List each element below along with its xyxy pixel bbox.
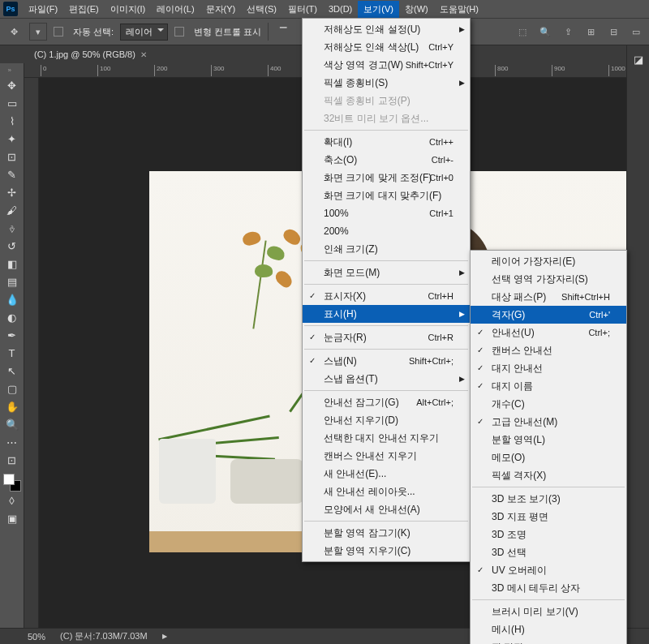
menu-image[interactable]: 이미지(I): [105, 1, 151, 18]
show-submenu-item[interactable]: ✓대지 이름: [471, 377, 626, 395]
show-submenu-item[interactable]: 3D 선택: [471, 543, 626, 561]
show-submenu-item[interactable]: 브러시 미리 보기(V): [471, 603, 626, 620]
view-menu-item[interactable]: 분할 영역 잠그기(K): [303, 524, 470, 542]
view-menu-item[interactable]: 32비트 미리 보기 옵션...: [303, 109, 470, 127]
doc-info[interactable]: (C) 문서:7.03M/7.03M: [60, 630, 148, 642]
view-menu-item[interactable]: 확대(I)Ctrl++: [303, 133, 470, 151]
show-submenu-item[interactable]: 개수(C): [471, 395, 626, 413]
blur-tool[interactable]: 💧: [2, 290, 22, 308]
spot-heal-tool[interactable]: ✢: [2, 183, 22, 201]
doc-info-arrow-icon[interactable]: ▶: [162, 633, 167, 640]
history-brush-tool[interactable]: ↺: [2, 237, 22, 255]
view-menu-item[interactable]: 화면 크기에 맞게 조정(F)Ctrl+0: [303, 169, 470, 187]
view-menu-item[interactable]: 100%Ctrl+1: [303, 204, 470, 222]
close-icon[interactable]: ✕: [140, 50, 147, 59]
document-tab[interactable]: (C) 1.jpg @ 50% (RGB/8) ✕: [28, 47, 153, 62]
view-menu-item[interactable]: 캔버스 안내선 지우기: [303, 447, 470, 465]
crop-tool[interactable]: ⊡: [2, 148, 22, 165]
more-icon[interactable]: ⋯: [2, 433, 22, 451]
show-submenu-item[interactable]: 3D 지표 평면: [471, 508, 626, 526]
menu-select[interactable]: 선택(S): [241, 1, 282, 18]
view-menu-item[interactable]: 색상 영역 경고(W)Shift+Ctrl+Y: [303, 56, 470, 74]
zoom-level[interactable]: 50%: [28, 632, 45, 642]
view-menu-item[interactable]: 모양에서 새 안내선(A): [303, 500, 470, 518]
view-menu-item[interactable]: 안내선 지우기(D): [303, 411, 470, 429]
show-submenu-item[interactable]: ✓UV 오버레이: [471, 561, 626, 579]
view-menu-item[interactable]: ✓표시자(X)Ctrl+H: [303, 287, 470, 305]
auto-select-checkbox[interactable]: [54, 27, 63, 36]
path-tool[interactable]: ↖: [2, 362, 22, 380]
view-menu-item[interactable]: 표시(H)▶: [303, 305, 470, 323]
show-submenu-item[interactable]: 픽셀 격자(X): [471, 466, 626, 484]
menu-window[interactable]: 창(W): [399, 1, 434, 18]
view-menu-item[interactable]: ✓눈금자(R)Ctrl+R: [303, 328, 470, 346]
show-submenu-item[interactable]: 3D 조명: [471, 526, 626, 543]
view-menu-item[interactable]: 픽셀 종횡비 교정(P): [303, 92, 470, 109]
menu-view[interactable]: 보기(V): [358, 1, 399, 18]
shape-tool[interactable]: ▢: [2, 380, 22, 397]
zoom-tool[interactable]: 🔍: [2, 415, 22, 433]
view-menu-item[interactable]: 축소(O)Ctrl+-: [303, 151, 470, 169]
auto-select-target-dropdown[interactable]: 레이어: [120, 24, 168, 41]
foreground-color-swatch[interactable]: [3, 474, 15, 485]
opt-icon-d[interactable]: ▭: [628, 24, 644, 39]
show-submenu-item[interactable]: 선택 영역 가장자리(S): [471, 270, 626, 288]
tool-preset-dropdown[interactable]: ▾: [29, 23, 47, 41]
magic-wand-tool[interactable]: ✦: [2, 130, 22, 148]
menu-type[interactable]: 문자(Y): [200, 1, 242, 18]
show-submenu-item[interactable]: 3D 메시 테두리 상자: [471, 579, 626, 597]
show-submenu-item[interactable]: ✓대지 안내선: [471, 359, 626, 377]
show-submenu-item[interactable]: ✓안내선(U)Ctrl+;: [471, 324, 626, 341]
opt-icon-b[interactable]: ⊞: [582, 24, 599, 39]
view-menu-item[interactable]: 저해상도 인쇄 설정(U)▶: [303, 20, 470, 38]
opt-icon-c[interactable]: ⊟: [605, 24, 621, 39]
gradient-tool[interactable]: ▤: [2, 273, 22, 290]
show-submenu-item[interactable]: ✓고급 안내선(M): [471, 413, 626, 431]
show-submenu-item[interactable]: ✓캔버스 안내선: [471, 341, 626, 359]
hand-tool[interactable]: ✋: [2, 397, 22, 415]
show-submenu-item[interactable]: 분할 영역(L): [471, 431, 626, 449]
show-submenu-item[interactable]: 메시(H): [471, 620, 626, 638]
color-swatch[interactable]: [3, 474, 21, 492]
share-icon[interactable]: ⇪: [560, 24, 576, 39]
eyedropper-tool[interactable]: ✎: [2, 165, 22, 183]
marquee-tool[interactable]: ▭: [2, 94, 22, 112]
menu-file[interactable]: 파일(F): [23, 1, 63, 18]
view-menu-item[interactable]: 스냅 옵션(T)▶: [303, 370, 470, 388]
vertical-ruler[interactable]: [24, 78, 39, 628]
screen-mode-icon[interactable]: ▣: [2, 509, 22, 527]
view-menu-item[interactable]: 선택한 대지 안내선 지우기: [303, 429, 470, 447]
view-menu-item[interactable]: ✓스냅(N)Shift+Ctrl+;: [303, 352, 470, 370]
pen-tool[interactable]: ✒: [2, 326, 22, 344]
view-menu-item[interactable]: 200%: [303, 222, 470, 240]
move-tool[interactable]: ✥: [2, 76, 22, 94]
clone-tool[interactable]: ⎀: [2, 219, 22, 237]
show-submenu-item[interactable]: 메모(O): [471, 449, 626, 466]
show-submenu-item[interactable]: 대상 패스(P)Shift+Ctrl+H: [471, 288, 626, 306]
dodge-tool[interactable]: ◐: [2, 308, 22, 326]
search-icon[interactable]: 🔍: [537, 24, 553, 39]
quick-mask-icon[interactable]: ◊: [2, 492, 22, 509]
opt-icon-a[interactable]: ⬚: [514, 24, 531, 39]
lasso-tool[interactable]: ⌇: [2, 112, 22, 130]
eraser-tool[interactable]: ◧: [2, 255, 22, 273]
menu-edit[interactable]: 편집(E): [63, 1, 105, 18]
menu-layer[interactable]: 레이어(L): [151, 1, 200, 18]
toolbox-expand-icon[interactable]: »: [8, 67, 16, 75]
view-menu-item[interactable]: 화면 모드(M)▶: [303, 264, 470, 281]
view-menu-item[interactable]: 화면 크기에 대지 맞추기(F): [303, 187, 470, 204]
show-submenu-item[interactable]: 격자(G)Ctrl+': [471, 306, 626, 324]
show-submenu-item[interactable]: 핀 편집: [471, 638, 626, 644]
view-menu-item[interactable]: 안내선 잠그기(G)Alt+Ctrl+;: [303, 393, 470, 411]
brush-tool[interactable]: 🖌: [2, 201, 22, 219]
view-menu-item[interactable]: 새 안내선(E)...: [303, 465, 470, 483]
panel-icon[interactable]: ◪: [629, 50, 648, 68]
view-menu-item[interactable]: 인쇄 크기(Z): [303, 240, 470, 258]
edit-toolbar[interactable]: ⊡: [2, 451, 22, 469]
view-menu-item[interactable]: 새 안내선 레이아웃...: [303, 483, 470, 500]
menu-help[interactable]: 도움말(H): [434, 1, 484, 18]
show-submenu-item[interactable]: 레이어 가장자리(E): [471, 252, 626, 270]
align-top-icon[interactable]: ▔: [275, 24, 291, 39]
menu-3d[interactable]: 3D(D): [323, 2, 358, 16]
view-menu-item[interactable]: 분할 영역 지우기(C): [303, 542, 470, 560]
